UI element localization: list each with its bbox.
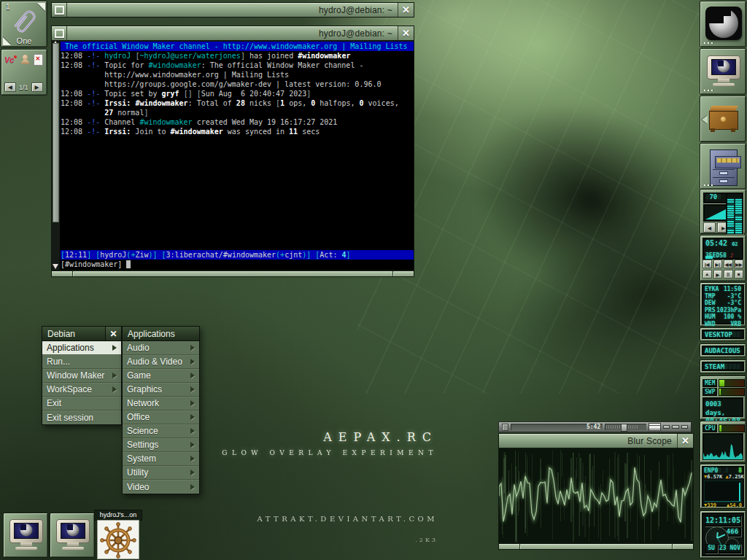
menu-item-settings[interactable]: Settings	[123, 438, 199, 452]
player-shade-button[interactable]	[672, 425, 678, 429]
menu-item-exit-session[interactable]: Exit session	[42, 411, 121, 424]
menu-close-button[interactable]: ✕	[105, 327, 121, 341]
launcher-steam[interactable]: STEAM8888	[700, 359, 746, 373]
workspace-clip[interactable]: 1 One	[1, 1, 47, 47]
player-title-strip[interactable]: 5:42	[511, 424, 603, 430]
window-blurscope-titlebar[interactable]: Blur Scope ✕	[498, 433, 694, 448]
cd-button-6[interactable]: ||	[724, 270, 733, 279]
player-minimize-button[interactable]	[663, 425, 670, 429]
menu-item-run-[interactable]: Run...	[42, 355, 121, 369]
menu-item-exit[interactable]: Exit	[42, 397, 121, 411]
menu-item-network[interactable]: Network	[123, 397, 199, 411]
launcher-vesktop[interactable]: VESKTOP88	[700, 327, 746, 341]
dockapp-cpu[interactable]: CPU	[700, 421, 746, 463]
window-terminal-front-titlebar[interactable]: hydroJ@debian: ~ ✕	[51, 26, 414, 41]
terminal-resizebar[interactable]	[51, 271, 414, 277]
irssi-input-line[interactable]: [#windowmaker]	[61, 260, 414, 270]
dockapp-network[interactable]: ENP08.88 ▼6.57K ▲7.25K ▼339 ▲54.0	[700, 464, 746, 509]
dock-appicon-xterm[interactable]	[700, 48, 746, 95]
scrollbar-down-icon	[53, 264, 58, 269]
system-tray[interactable]: Vc ◀ 1/1 ▶	[1, 49, 47, 96]
debian-menu-titlebar[interactable]: Debian ✕	[42, 326, 122, 341]
drawer-arrow-icon[interactable]	[702, 115, 708, 124]
miniaturize-button[interactable]	[52, 3, 67, 17]
dockapp-weather[interactable]: EYKA11:50TMP-3°CDEW-3°CPRS1023hPaHUM100 …	[700, 282, 746, 327]
terminal-scrollbar[interactable]	[52, 42, 61, 270]
wallpaper-streaks	[357, 0, 747, 394]
mixer-prev-button[interactable]: ◀	[703, 222, 716, 233]
submenu-arrow-icon	[190, 484, 195, 490]
menu-item-office[interactable]: Office	[123, 411, 199, 424]
cd-button-2[interactable]: ◀◀	[724, 260, 733, 268]
menu-item-graphics[interactable]: Graphics	[123, 383, 199, 397]
clip-next-arrow-icon[interactable]	[37, 3, 45, 11]
menu-item-game[interactable]: Game	[123, 369, 199, 383]
terminal-monitor-icon	[9, 519, 43, 550]
miniaturize-button[interactable]	[52, 26, 67, 40]
scrollbar-thumb[interactable]	[53, 43, 59, 222]
cd-button-4[interactable]: ▲	[703, 270, 712, 279]
terminal-monitor-icon	[56, 519, 90, 550]
menu-item-label: Exit	[47, 398, 61, 408]
menu-item-window-maker[interactable]: Window Maker	[42, 369, 121, 383]
menu-item-audio[interactable]: Audio	[123, 341, 199, 355]
tray-prev-button[interactable]: ◀	[4, 82, 16, 92]
terminal-content[interactable]: The official Window Maker channel - http…	[61, 42, 414, 270]
menu-item-audio-video[interactable]: Audio & Video	[123, 355, 199, 369]
dock-appicon-windowmaker[interactable]	[700, 1, 746, 47]
dockapp-mixer[interactable]: 8708 ◀ ▶	[700, 189, 746, 234]
close-button[interactable]: ✕	[398, 3, 414, 17]
seek-thumb[interactable]	[621, 424, 627, 432]
cpu-bar	[719, 424, 745, 432]
mixer-volume-wedge[interactable]	[703, 204, 728, 222]
wallpaper-credit: ATTRAKT.DEVIANTART.COM	[258, 515, 438, 523]
cd-button-3[interactable]: ▶▶	[735, 260, 744, 268]
dock-drawer[interactable]	[700, 96, 746, 142]
windowmaker-logo-icon	[705, 7, 742, 40]
player-time: 5:42	[587, 424, 600, 430]
mem-label: MEM	[703, 379, 717, 387]
menu-item-label: Network	[127, 398, 159, 408]
seek-bar[interactable]	[605, 424, 646, 430]
submenu-arrow-icon	[190, 359, 195, 365]
cpu-graph	[703, 433, 743, 460]
close-button[interactable]: ✕	[398, 26, 414, 40]
player-eq-widget[interactable]	[649, 423, 661, 431]
menu-item-utility[interactable]: Utility	[123, 466, 199, 480]
close-button[interactable]: ✕	[677, 434, 693, 448]
user-icon[interactable]	[20, 55, 30, 65]
miniwindow-terminal-1[interactable]	[3, 513, 48, 558]
dockapp-memory[interactable]: MEM SWP 0003 days, 00:46:08	[700, 376, 746, 420]
blurscope-resizebar[interactable]	[498, 543, 694, 550]
menu-item-label: Applications	[47, 343, 94, 353]
terminal-window-body[interactable]: The official Window Maker channel - http…	[51, 41, 414, 271]
player-close-button[interactable]	[681, 425, 688, 429]
audacious-shade-bar[interactable]: 5:42	[498, 421, 692, 432]
menu-title-label: Applications	[128, 329, 175, 339]
dock-appicon-filemanager[interactable]	[700, 143, 746, 190]
miniwindow-session[interactable]	[97, 520, 139, 559]
menu-item-applications[interactable]: Applications	[42, 341, 121, 355]
workspace-name: One	[1, 36, 47, 45]
dockapp-clock[interactable]: 12:11:05 466 SU 23 NOV	[700, 510, 746, 559]
launcher-audacious[interactable]: AUDACIOUS	[700, 343, 746, 357]
file-cabinet-icon	[710, 149, 738, 186]
tray-next-button[interactable]: ▶	[31, 82, 43, 92]
cd-button-7[interactable]: ■	[735, 270, 744, 279]
menu-item-science[interactable]: Science	[123, 424, 199, 438]
applications-menu-titlebar[interactable]: Applications	[122, 326, 200, 341]
player-menu-icon[interactable]	[502, 424, 508, 431]
window-terminal-back-titlebar[interactable]: hydroJ@debian: ~ ✕	[51, 2, 414, 18]
miniwindow-terminal-2[interactable]	[50, 513, 95, 558]
menu-item-video[interactable]: Video	[123, 480, 199, 494]
document-x-icon[interactable]	[34, 54, 43, 66]
menu-item-workspace[interactable]: WorkSpace	[42, 383, 121, 397]
wallpaper-title: AEPAX.RC	[323, 430, 438, 444]
vc-icon[interactable]: Vc	[4, 55, 17, 64]
cd-button-1[interactable]: ▶|	[713, 260, 723, 268]
cd-button-0[interactable]: |◀	[703, 260, 712, 268]
miniaturize-icon	[55, 29, 64, 38]
menu-item-system[interactable]: System	[123, 452, 199, 466]
dockapp-cdplayer[interactable]: 05:42 02 3EED58 ♪ |◀▶|◀◀▶▶▲▶||■	[700, 235, 746, 281]
cd-button-5[interactable]: ▶	[713, 270, 723, 279]
